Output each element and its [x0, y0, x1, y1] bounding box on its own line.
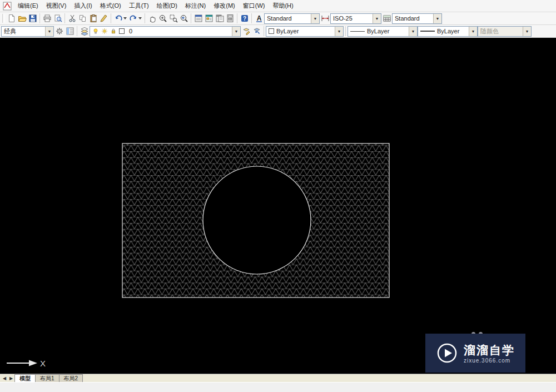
workspace-combo[interactable]: 经典 ▼	[1, 26, 54, 37]
menu-modify[interactable]: 修改(M)	[210, 0, 239, 12]
make-layer-current-button[interactable]	[241, 26, 251, 37]
layer-previous-icon	[252, 27, 261, 36]
table-style-icon	[383, 14, 391, 23]
plot-preview-icon	[53, 14, 62, 23]
color-combo[interactable]: ByLayer ▼	[266, 26, 344, 37]
menu-insert[interactable]: 插入(I)	[70, 0, 96, 12]
palette-toggle-button[interactable]	[64, 26, 75, 37]
chevron-down-icon[interactable]: ▼	[469, 27, 477, 36]
cut-button[interactable]	[67, 13, 77, 24]
tab-nav-left-icon[interactable]: ◀	[1, 376, 8, 381]
text-style-button[interactable]: A	[254, 13, 264, 24]
linetype-combo[interactable]: ByLayer ▼	[348, 26, 418, 37]
chevron-down-icon: ▼	[523, 27, 531, 36]
calculator-button[interactable]	[225, 13, 235, 24]
menu-view[interactable]: 视图(V)	[42, 0, 71, 12]
toolbar-separator	[145, 13, 145, 23]
chevron-down-icon[interactable]: ▼	[409, 27, 417, 36]
tab-layout2[interactable]: 布局2	[59, 374, 83, 382]
ucs-icon: X	[7, 359, 46, 368]
workspace-value: 经典	[4, 27, 16, 36]
lock-icon[interactable]	[110, 27, 117, 35]
zoom-previous-icon	[180, 14, 188, 23]
undo-dropdown-caret[interactable]	[123, 17, 127, 19]
open-file-button[interactable]	[17, 13, 27, 24]
properties-palette-button[interactable]	[193, 13, 203, 24]
zoom-window-icon	[169, 14, 178, 23]
pan-hand-icon	[148, 14, 157, 23]
layer-previous-button[interactable]	[251, 26, 262, 37]
layer-combo[interactable]: 0 ▼	[90, 26, 241, 37]
toolbar-separator	[111, 13, 111, 23]
toolbar-separator	[345, 26, 346, 36]
dim-style-button[interactable]	[320, 13, 330, 24]
plot-style-value: 随颜色	[480, 27, 499, 36]
layer-properties-button[interactable]	[79, 26, 90, 37]
tab-layout1[interactable]: 布局1	[35, 374, 59, 382]
save-button[interactable]	[27, 13, 38, 24]
layers-toolbar: 经典 ▼ 0 ▼ ByLayer ▼ ByLayer ▼ ByLaye	[0, 25, 556, 38]
menu-help[interactable]: 帮助(H)	[269, 0, 297, 12]
menu-format[interactable]: 格式(O)	[96, 0, 125, 12]
plot-preview-button[interactable]	[52, 13, 63, 24]
chevron-down-icon[interactable]: ▼	[311, 14, 319, 23]
toolbar-separator	[264, 26, 264, 36]
tool-palettes-button[interactable]	[214, 13, 225, 24]
menu-tools[interactable]: 工具(T)	[125, 0, 153, 12]
chevron-down-icon[interactable]: ▼	[45, 27, 53, 36]
zoom-previous-button[interactable]	[178, 13, 189, 24]
zoom-realtime-button[interactable]	[157, 13, 168, 24]
chevron-down-icon[interactable]: ▼	[335, 27, 343, 36]
help-button[interactable]: ?	[239, 13, 250, 24]
open-file-icon	[18, 14, 27, 23]
table-style-button[interactable]	[381, 13, 392, 24]
tab-model[interactable]: 模型	[14, 374, 36, 382]
drawing-canvas[interactable]: X 溜溜自学 zixue.3066.com	[0, 38, 556, 374]
chevron-down-icon[interactable]: ▼	[232, 27, 240, 36]
pan-button[interactable]	[147, 13, 157, 24]
undo-icon	[114, 14, 123, 23]
table-style-combo[interactable]: Standard ▼	[392, 13, 442, 24]
design-center-icon	[205, 14, 214, 23]
tab-nav-right-icon[interactable]: ▶	[8, 376, 14, 381]
paste-button[interactable]	[88, 13, 98, 24]
zoom-realtime-icon	[158, 14, 167, 23]
copy-button[interactable]	[77, 13, 88, 24]
paste-icon	[89, 14, 98, 23]
copy-icon	[78, 14, 87, 23]
toolbar-separator	[77, 26, 77, 36]
text-style-combo[interactable]: Standard ▼	[264, 13, 320, 24]
watermark-brand: 溜溜自学	[464, 343, 515, 358]
redo-button[interactable]	[128, 13, 138, 24]
dim-style-combo[interactable]: ISO-25 ▼	[330, 13, 381, 24]
menu-window[interactable]: 窗口(W)	[239, 0, 269, 12]
bulb-icon[interactable]	[92, 27, 99, 35]
workspace-settings-button[interactable]	[54, 26, 64, 37]
circle-hole[interactable]	[203, 166, 311, 274]
svg-text:?: ?	[242, 16, 246, 22]
menu-edit[interactable]: 编辑(E)	[14, 0, 42, 12]
help-icon: ?	[240, 14, 249, 23]
plot-button[interactable]	[42, 13, 52, 24]
redo-dropdown-caret[interactable]	[138, 17, 142, 19]
design-center-button[interactable]	[203, 13, 214, 24]
undo-button[interactable]	[113, 13, 123, 24]
toolbar-grip[interactable]	[2, 14, 5, 23]
lineweight-combo[interactable]: ByLayer ▼	[418, 26, 478, 37]
toolbar-separator	[39, 13, 40, 23]
gear-icon	[55, 27, 64, 36]
watermark-logo-icon	[436, 342, 458, 364]
chevron-down-icon[interactable]: ▼	[433, 14, 441, 23]
app-icon	[3, 2, 12, 11]
palette-icon	[66, 27, 75, 36]
redo-icon	[129, 14, 138, 23]
match-properties-button[interactable]	[98, 13, 109, 24]
menu-dimension[interactable]: 标注(N)	[181, 0, 210, 12]
sun-icon[interactable]	[101, 27, 108, 35]
dim-style-value: ISO-25	[333, 15, 353, 22]
new-file-button[interactable]	[6, 13, 17, 24]
menu-draw[interactable]: 绘图(D)	[153, 0, 181, 12]
zoom-window-button[interactable]	[168, 13, 178, 24]
layer-color-swatch[interactable]	[119, 28, 125, 34]
chevron-down-icon[interactable]: ▼	[373, 14, 381, 23]
